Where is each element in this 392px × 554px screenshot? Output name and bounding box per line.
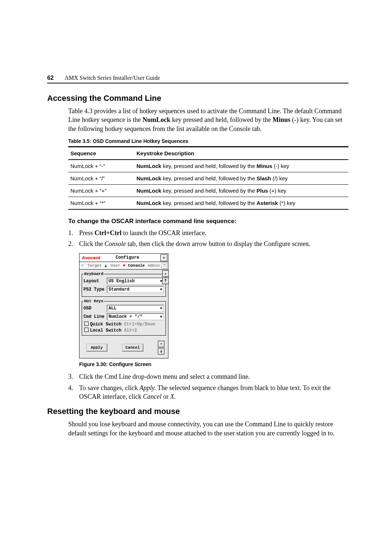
quick-switch-label: Quick Switch [90,322,121,327]
tab-admin[interactable]: Admin [147,263,161,268]
dialog-title: Configure [102,255,160,260]
local-switch-row[interactable]: Local Switch Alt+2 [84,328,164,333]
ps2-label: PS2 Type [83,287,107,292]
term: Plus [257,188,268,194]
scroll-bottom-button[interactable]: ⤓ [158,348,164,354]
table-row: NumLock + “/” NumLock key, pressed and h… [68,172,348,184]
hotkeys-group: Hot Keys OSD ALL▼ Cmd Line Numlock + "/"… [82,299,166,336]
target-icon [80,263,86,268]
tab-user[interactable]: User [110,263,121,268]
table-row: NumLock + “-” NumLock key, pressed and h… [68,160,348,172]
keyboard-legend: Keyboard [83,272,104,276]
cell-desc: NumLock key, pressed and held, followed … [134,172,348,184]
cell-desc: NumLock key, pressed and held, followed … [134,160,348,172]
section-heading-cmdline: Accessing the Command Line [47,94,348,103]
osd-dropdown[interactable]: ALL▼ [107,305,164,312]
page-number: 62 [47,75,54,81]
cmdline-intro: Table 4.3 provides a list of hotkey sequ… [68,107,348,133]
steps-3-4: Click the Cmd Line drop-down menu and se… [68,372,348,401]
text: (*) key [278,200,295,206]
guide-title: AMX Switch Series Installer/User Guide [65,75,160,81]
ps2-value: Standard [109,287,130,292]
term: Asterisk [257,200,278,206]
term: Apply. [139,384,156,391]
apply-button[interactable]: Apply [86,344,107,352]
console-bullet-icon: ■ [122,264,126,267]
col-sequence: Sequence [68,147,134,160]
text: To save changes, click [79,384,139,391]
cell-desc: NumLock key, pressed and held, followed … [134,197,348,209]
text: or [162,393,170,400]
layout-value: US English [109,279,135,284]
term: X. [170,393,176,400]
term: NumLock [136,163,161,169]
layout-dropdown[interactable]: US English▼ [107,278,164,285]
cell-seq: NumLock + “+” [68,184,134,197]
reset-para: Should you lose keyboard and mouse conne… [68,420,348,438]
text: Press [79,229,95,237]
chevron-down-icon: ▼ [160,288,162,292]
close-button[interactable]: ✕ [160,254,167,261]
quick-switch-checkbox[interactable] [84,321,89,326]
text: key, pressed and held, followed by the [161,175,256,181]
quick-switch-hint: Ctrl+Up/Down [124,322,155,327]
figure-caption: Figure 3.30: Configure Screen [79,361,348,367]
keyboard-group: Keyboard Layout US English▼ PS2 Type Sta… [82,272,166,297]
local-switch-hint: Alt+2 [124,328,137,333]
cancel-button[interactable]: Cancel [122,344,143,352]
term: Cancel [143,393,162,400]
text: key, pressed and held, followed by the [161,163,256,169]
chevron-down-icon: ▼ [160,307,162,311]
text: (-) [290,116,300,123]
steps-1-2: Press Ctrl+Ctrl to launch the OSCAR inte… [68,229,348,249]
scroll-down-button[interactable]: ▾ [158,341,164,347]
term: Slash [257,175,271,181]
col-description: Keystroke Description [134,147,348,160]
hotkeys-legend: Hot Keys [83,299,104,303]
cell-seq: NumLock + “*” [68,197,134,209]
table-row: NumLock + “+” NumLock key, pressed and h… [68,184,348,197]
table-caption: Table 3.5: OSD Command Line Hotkey Seque… [68,138,348,144]
cell-seq: NumLock + “-” [68,160,134,172]
term: NumLock [136,200,161,206]
term: Minus [257,163,272,169]
cell-desc: NumLock key, pressed and held, followed … [134,184,348,197]
text: key pressed and held, followed by the [170,116,272,123]
list-item: Click the Console tab, then click the do… [68,239,348,248]
cmdline-value: Numlock + "/" [109,314,143,319]
section-heading-reset: Resetting the keyboard and mouse [47,407,348,416]
avocent-logo: Avocent [80,255,102,260]
list-item: Press Ctrl+Ctrl to launch the OSCAR inte… [68,229,348,237]
scroll-up-button[interactable]: ▴ [162,270,169,277]
quick-switch-row[interactable]: Quick Switch Ctrl+Up/Down [84,321,164,327]
chevron-down-icon: ▼ [160,315,162,319]
osd-label: OSD [83,306,107,311]
ps2-dropdown[interactable]: Standard▼ [107,286,164,293]
text: key, pressed and held, followed by the [161,200,256,206]
term-minus: Minus [273,116,290,123]
tab-console[interactable]: Console [127,263,146,268]
term: Ctrl+Ctrl [95,229,122,237]
header-divider [47,83,348,83]
tab-target[interactable]: Target [86,263,103,268]
list-item: Click the Cmd Line drop-down menu and se… [68,372,348,381]
cmdline-label: Cmd Line [83,314,107,319]
term: NumLock [136,175,161,181]
scroll-top-button[interactable]: ⤒ [162,278,169,284]
text: (-) key [272,163,289,169]
local-switch-checkbox[interactable] [84,328,89,332]
list-item: To save changes, click Apply. The select… [68,383,348,401]
term-numlock: NumLock [142,116,170,123]
cmdline-dropdown[interactable]: Numlock + "/"▼ [107,313,164,320]
text: to launch the OSCAR interface. [122,229,207,237]
cell-seq: NumLock + “/” [68,172,134,184]
text: (/) key [271,175,288,181]
user-icon [103,263,109,268]
configure-dialog: Avocent Configure ✕ Target User ■Console… [79,253,168,358]
text: tab, then click the down arrow button to… [126,240,310,247]
hotkey-table: Sequence Keystroke Description NumLock +… [68,146,348,210]
subheading-change-seq: To change the OSCAR interface command li… [68,218,348,225]
help-button[interactable]: ? [162,263,167,269]
text: Click the [79,240,105,247]
tab-bar: Target User ■Console Admin ? [79,262,168,270]
